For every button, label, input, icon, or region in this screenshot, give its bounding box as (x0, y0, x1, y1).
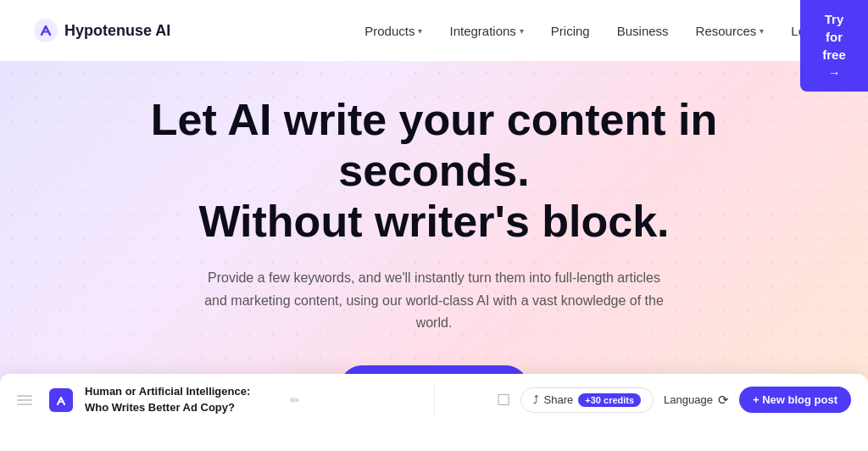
nav-integrations[interactable]: Integrations ▾ (437, 17, 535, 45)
chevron-down-icon: ▾ (520, 26, 524, 36)
hero-section: Let AI write your content in seconds. Wi… (0, 61, 868, 426)
bottom-bar-preview: Human or Artificial Intelligence: Who Wr… (0, 374, 868, 426)
logo-icon (34, 19, 58, 42)
chevron-down-icon: ▾ (760, 26, 764, 36)
new-blog-post-button[interactable]: + New blog post (739, 387, 851, 413)
small-logo-icon (49, 388, 73, 412)
svg-point-0 (34, 19, 58, 42)
header: Hypotenuse AI Products ▾ Integrations ▾ … (0, 0, 868, 61)
language-button[interactable]: Language ⟳ (664, 393, 729, 408)
bottom-left-panel: Human or Artificial Intelligence: Who Wr… (17, 384, 435, 415)
sidebar-toggle[interactable] (17, 395, 32, 405)
logo[interactable]: Hypotenuse AI (34, 19, 170, 42)
brand-name: Hypotenuse AI (64, 22, 170, 40)
main-nav: Products ▾ Integrations ▾ Pricing Busine… (353, 17, 834, 45)
credits-badge: +30 credits (578, 393, 641, 407)
share-icon: ⤴ (533, 393, 539, 406)
bottom-right-panel: ☐ ⤴ Share +30 credits Language ⟳ + New b… (452, 387, 852, 413)
nav-pricing[interactable]: Pricing (539, 17, 602, 45)
chevron-down-icon: ▾ (418, 26, 422, 36)
edit-icon[interactable]: ✏ (290, 393, 300, 407)
translate-icon: ⟳ (718, 393, 729, 408)
nav-business[interactable]: Business (605, 17, 681, 45)
nav-products[interactable]: Products ▾ (353, 17, 434, 45)
document-icon[interactable]: ☐ (497, 391, 510, 409)
hero-title: Let AI write your content in seconds. Wi… (95, 95, 773, 247)
nav-resources[interactable]: Resources ▾ (684, 17, 776, 45)
article-title: Human or Artificial Intelligence: Who Wr… (85, 384, 271, 415)
hero-subtitle: Provide a few keywords, and we'll instan… (197, 267, 671, 334)
share-button[interactable]: ⤴ Share +30 credits (520, 387, 654, 413)
corner-cta-button[interactable]: Try for free → (800, 0, 868, 92)
